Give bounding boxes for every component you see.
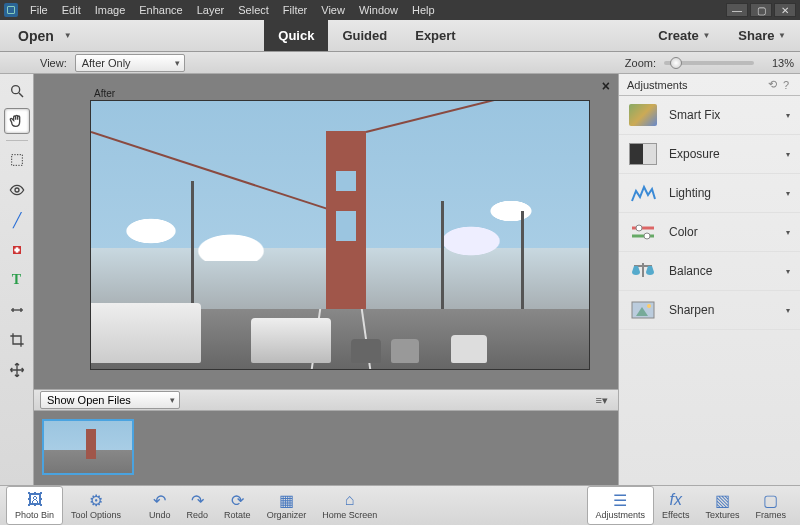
menu-window[interactable]: Window [353,2,404,18]
mode-expert[interactable]: Expert [401,20,469,51]
chevron-down-icon: ▾ [786,189,790,198]
window-maximize-button[interactable]: ▢ [750,3,772,17]
svg-point-3 [15,188,19,192]
bin-filter-dropdown[interactable]: Show Open Files [40,391,180,409]
svg-point-12 [636,225,642,231]
photo-bin-button[interactable]: 🖼 Photo Bin [6,486,63,525]
organizer-button[interactable]: ▦ Organizer [259,486,315,525]
home-icon: ⌂ [345,491,355,509]
chevron-down-icon: ▾ [786,150,790,159]
exposure-icon [629,143,657,165]
adjust-lighting[interactable]: Lighting ▾ [619,174,800,213]
adjust-balance[interactable]: Balance ▾ [619,252,800,291]
effects-tab-button[interactable]: fx Effects [654,486,697,525]
open-label: Open [18,28,54,44]
adjustments-title: Adjustments [627,79,688,91]
after-label: After [94,88,115,99]
adjust-exposure[interactable]: Exposure ▾ [619,135,800,174]
canvas-holder: × After [34,74,618,389]
adjust-smart-fix[interactable]: Smart Fix ▾ [619,96,800,135]
adjustments-icon: ☰ [613,491,627,509]
chevron-down-icon: ▾ [786,306,790,315]
title-bar: File Edit Image Enhance Layer Select Fil… [0,0,800,20]
adjust-color[interactable]: Color ▾ [619,213,800,252]
svg-rect-6 [14,249,19,252]
straighten-tool[interactable] [4,297,30,323]
adjustments-header: Adjustments ⟲ ? [619,74,800,96]
photo-bin [34,411,618,485]
color-icon [629,221,657,243]
svg-point-18 [647,304,651,308]
hand-tool[interactable] [4,108,30,134]
menu-select[interactable]: Select [232,2,275,18]
window-close-button[interactable]: ✕ [774,3,796,17]
brush-tool[interactable]: ╱ [4,207,30,233]
frames-tab-button[interactable]: ▢ Frames [747,486,794,525]
create-button[interactable]: Create ▼ [644,28,724,43]
mode-quick[interactable]: Quick [264,20,328,51]
tool-options-button[interactable]: ⚙ Tool Options [63,486,129,525]
spot-heal-tool[interactable] [4,237,30,263]
textures-tab-button[interactable]: ▧ Textures [697,486,747,525]
mode-bar: Open ▼ Quick Guided Expert Create ▼ Shar… [0,20,800,52]
view-dropdown[interactable]: After Only [75,54,185,72]
menu-filter[interactable]: Filter [277,2,313,18]
menu-image[interactable]: Image [89,2,132,18]
svg-point-0 [11,86,19,94]
adjust-sharpen[interactable]: Sharpen ▾ [619,291,800,330]
selection-tool[interactable] [4,147,30,173]
menu-edit[interactable]: Edit [56,2,87,18]
menu-help[interactable]: Help [406,2,441,18]
effects-icon: fx [670,491,682,509]
document-canvas[interactable] [90,100,590,370]
view-label: View: [40,57,67,69]
chevron-down-icon: ▾ [786,267,790,276]
photo-thumbnail[interactable] [42,419,134,475]
chevron-down-icon: ▾ [786,228,790,237]
redo-icon: ↷ [191,491,204,509]
open-button[interactable]: Open ▼ [0,20,90,51]
move-tool[interactable] [4,357,30,383]
zoom-tool[interactable] [4,78,30,104]
sharpen-icon [629,299,657,321]
main-area: ╱ T × After Show Open Files ≡▾ [0,74,800,485]
chevron-down-icon: ▾ [786,111,790,120]
adjustments-panel: Adjustments ⟲ ? Smart Fix ▾ Exposure ▾ L… [618,74,800,485]
frames-icon: ▢ [763,491,778,509]
textures-icon: ▧ [715,491,730,509]
zoom-slider[interactable] [664,61,754,65]
bottom-bar: 🖼 Photo Bin ⚙ Tool Options ↶ Undo ↷ Redo… [0,485,800,525]
eye-tool[interactable] [4,177,30,203]
undo-button[interactable]: ↶ Undo [141,486,179,525]
photo-bin-icon: 🖼 [27,491,43,509]
redo-button[interactable]: ↷ Redo [179,486,217,525]
zoom-value: 13% [762,57,794,69]
menu-file[interactable]: File [24,2,54,18]
app-icon [4,3,18,17]
share-button[interactable]: Share ▼ [724,28,800,43]
chevron-down-icon: ▼ [702,31,710,40]
bin-menu-icon[interactable]: ≡▾ [592,394,612,407]
rotate-icon: ⟳ [231,491,244,509]
help-icon[interactable]: ? [780,79,792,91]
home-button[interactable]: ⌂ Home Screen [314,486,385,525]
balance-icon [629,260,657,282]
close-document-button[interactable]: × [602,78,610,94]
text-tool[interactable]: T [4,267,30,293]
photo-bin-header: Show Open Files ≡▾ [34,389,618,411]
svg-point-13 [644,233,650,239]
mode-guided[interactable]: Guided [328,20,401,51]
tool-options-icon: ⚙ [89,491,103,509]
crop-tool[interactable] [4,327,30,353]
svg-rect-2 [11,155,22,166]
reset-icon[interactable]: ⟲ [765,78,780,91]
menu-enhance[interactable]: Enhance [133,2,188,18]
rotate-button[interactable]: ⟳ Rotate [216,486,259,525]
svg-line-1 [19,93,23,97]
menu-layer[interactable]: Layer [191,2,231,18]
options-bar: View: After Only Zoom: 13% [0,52,800,74]
canvas-area: × After Show Open Files ≡▾ [34,74,618,485]
window-minimize-button[interactable]: — [726,3,748,17]
menu-view[interactable]: View [315,2,351,18]
adjustments-tab-button[interactable]: ☰ Adjustments [587,486,655,525]
